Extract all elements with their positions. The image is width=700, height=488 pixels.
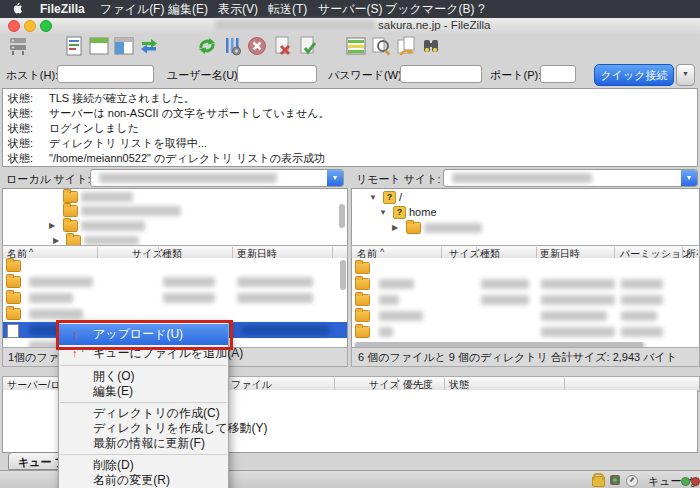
log-line: "/home/meiann0522" のディレクトリ リストの表示成功: [49, 151, 325, 166]
local-tree-toggle-icon[interactable]: [88, 35, 110, 57]
annotation-highlight-box: [56, 320, 233, 350]
file-row[interactable]: [352, 260, 699, 276]
collapse-arrow-icon[interactable]: ▼: [379, 208, 387, 217]
status-label: 状態:: [8, 136, 33, 151]
menu-item-create-directory[interactable]: ディレクトリの作成(C): [59, 406, 228, 421]
directory-comparison-icon[interactable]: [345, 35, 367, 57]
minimize-window-button[interactable]: [24, 20, 36, 32]
quickconnect-bar: ホスト(H): ユーザー名(U): パスワード(W): ポート(P): クイック…: [0, 60, 700, 88]
unknown-folder-icon: ?: [383, 191, 396, 204]
redacted-folder-name: [81, 192, 133, 202]
chevron-down-icon[interactable]: ▼: [327, 170, 343, 186]
quickconnect-button[interactable]: クイック接続(Q): [594, 64, 674, 86]
redacted-folder-name: [81, 221, 145, 231]
file-row[interactable]: [352, 276, 699, 292]
message-log[interactable]: 状態:TLS 接続が確立されました。 状態:サーバーは non-ASCII の文…: [2, 88, 698, 167]
speed-limit-icon[interactable]: [626, 475, 638, 487]
tree-scrollbar-thumb[interactable]: [339, 204, 345, 228]
window-titlebar: sakura.ne.jp - FileZilla: [0, 18, 700, 34]
file-row[interactable]: [3, 274, 347, 290]
menu-item-rename[interactable]: 名前の変更(R): [59, 473, 228, 488]
zoom-window-button[interactable]: [40, 20, 52, 32]
tree-item-home[interactable]: home: [409, 206, 437, 218]
refresh-icon[interactable]: [196, 35, 218, 57]
notification-icon[interactable]: [610, 475, 620, 485]
log-line: ログインしました: [49, 121, 139, 136]
status-label: 状態:: [8, 91, 33, 106]
log-line: TLS 接続が確立されました。: [49, 91, 195, 106]
list-scrollbar-thumb[interactable]: [340, 260, 346, 290]
remote-site-combobox[interactable]: ▼: [443, 169, 698, 187]
menu-item-open[interactable]: 開く(O): [59, 369, 228, 384]
quickconnect-dropdown-button[interactable]: ▼: [676, 64, 695, 86]
menubar-item-bookmarks[interactable]: ブックマーク(B): [385, 2, 474, 16]
host-label: ホスト(H):: [6, 68, 58, 83]
username-input[interactable]: [237, 65, 317, 83]
close-window-button[interactable]: [8, 20, 20, 32]
local-directory-tree[interactable]: ▶ ▶: [2, 188, 348, 247]
file-row[interactable]: [352, 292, 699, 308]
chevron-down-icon[interactable]: ▼: [681, 170, 697, 186]
menubar-item-edit[interactable]: 編集(E): [168, 2, 208, 16]
menubar-item-transfer[interactable]: 転送(T): [268, 2, 307, 16]
status-label: 状態:: [8, 121, 33, 136]
macos-menubar: FileZilla ファイル(F) 編集(E) 表示(V) 転送(T) サーバー…: [0, 0, 700, 18]
redacted-local-path: [99, 173, 277, 183]
redacted-folder-name: [84, 236, 139, 245]
menubar-item-file[interactable]: ファイル(F): [100, 2, 164, 16]
activity-led-green: [681, 477, 690, 486]
remote-file-list[interactable]: [351, 258, 700, 347]
menu-item-refresh[interactable]: 最新の情報に更新(F): [59, 436, 228, 451]
remote-site-label: リモート サイト:: [356, 172, 441, 187]
menubar-item-help[interactable]: ?: [478, 2, 485, 16]
remote-site-bar: リモート サイト: ▼: [351, 167, 698, 188]
tree-item-root[interactable]: /: [399, 191, 402, 203]
filezilla-window: FileZilla ファイル(F) 編集(E) 表示(V) 転送(T) サーバー…: [0, 0, 700, 488]
local-site-combobox[interactable]: ▼: [90, 169, 344, 187]
menu-item-edit[interactable]: 編集(E): [59, 384, 228, 399]
expand-arrow-icon[interactable]: ▶: [392, 223, 398, 232]
activity-led-red: [691, 477, 700, 486]
status-label: 状態:: [8, 151, 33, 166]
folder-icon: [6, 276, 21, 288]
file-row[interactable]: [352, 324, 699, 340]
folder-icon: [63, 220, 78, 232]
port-label: ポート(P):: [490, 68, 541, 83]
expand-arrow-icon[interactable]: ▶: [49, 221, 55, 230]
menu-item-create-directory-and-enter[interactable]: ディレクトリを作成して移動(Y): [59, 421, 228, 436]
process-queue-icon[interactable]: [221, 35, 243, 57]
username-label: ユーザー名(U):: [167, 68, 241, 83]
remote-directory-tree[interactable]: ▼ ? / ▼ ? home ▶: [351, 188, 700, 247]
folder-icon: [63, 205, 78, 217]
file-row[interactable]: [352, 308, 699, 324]
file-row[interactable]: [3, 290, 347, 306]
message-log-toggle-icon[interactable]: [63, 35, 85, 57]
redacted-remote-path: [452, 173, 592, 183]
redacted-title-text: [215, 20, 375, 30]
menubar-item-filezilla[interactable]: FileZilla: [40, 2, 85, 16]
menubar-item-view[interactable]: 表示(V): [218, 2, 258, 16]
reconnect-icon[interactable]: [296, 35, 318, 57]
cancel-icon[interactable]: [246, 35, 268, 57]
sort-ascending-icon: ^: [29, 247, 33, 257]
file-row[interactable]: [3, 258, 347, 274]
port-input[interactable]: [540, 65, 576, 83]
synchronized-browsing-icon[interactable]: [395, 35, 417, 57]
apple-icon[interactable]: [13, 1, 26, 18]
collapse-arrow-icon[interactable]: ▼: [369, 193, 377, 202]
menu-item-delete[interactable]: 削除(D): [59, 458, 228, 473]
expand-arrow-icon[interactable]: ▶: [53, 236, 59, 245]
password-label: パスワード(W):: [328, 68, 405, 83]
menubar-item-server[interactable]: サーバー(S): [318, 2, 383, 16]
host-input[interactable]: [57, 65, 154, 83]
remote-tree-toggle-icon[interactable]: [113, 35, 135, 57]
menu-separator: [60, 402, 227, 403]
site-manager-icon[interactable]: [7, 35, 29, 57]
folder-icon: [63, 191, 78, 203]
filter-icon[interactable]: [370, 35, 392, 57]
find-files-icon[interactable]: [420, 35, 442, 57]
local-site-label: ローカル サイト:: [6, 172, 91, 187]
disconnect-icon[interactable]: [271, 35, 293, 57]
password-input[interactable]: [400, 65, 482, 83]
transfer-queue-toggle-icon[interactable]: [138, 35, 160, 57]
